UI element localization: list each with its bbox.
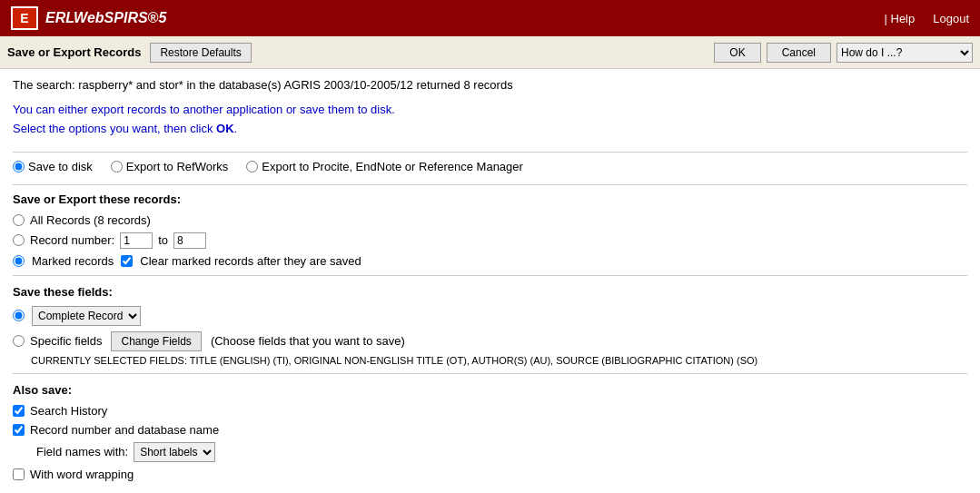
word-wrapping-row: With word wrapping xyxy=(13,468,967,481)
complete-record-radio[interactable] xyxy=(13,310,25,321)
save-fields-section: Save these fields: Complete Record Brief… xyxy=(13,285,967,366)
app-header: E ERLWebSPIRS®5 | Help Logout xyxy=(0,0,980,36)
export-procite-radio[interactable] xyxy=(246,161,258,173)
export-procite-option[interactable]: Export to Procite, EndNote or Reference … xyxy=(246,160,523,173)
divider-1 xyxy=(13,152,967,153)
logo-box: E xyxy=(11,6,38,30)
toolbar-title: Save or Export Records xyxy=(7,45,141,59)
record-number-row: Record number: to xyxy=(13,232,967,249)
save-to-disk-label: Save to disk xyxy=(28,160,93,173)
also-save-section: Also save: Search History Record number … xyxy=(13,383,967,481)
word-wrapping-checkbox[interactable] xyxy=(13,468,25,480)
search-history-row: Search History xyxy=(13,404,967,418)
help-line2: Select the options you want, then click … xyxy=(13,120,967,139)
all-records-option: All Records (8 records) xyxy=(13,213,967,227)
specific-fields-label: Specific fields xyxy=(30,334,102,348)
app-title: ERLWebSPIRS®5 xyxy=(45,10,166,26)
save-export-options: Save to disk Export to RefWorks Export t… xyxy=(13,160,967,173)
marked-records-radio[interactable] xyxy=(13,255,25,267)
marked-records-label: Marked records xyxy=(32,254,114,268)
logout-link[interactable]: Logout xyxy=(933,12,969,25)
divider-2 xyxy=(13,184,967,185)
complete-record-select[interactable]: Complete Record Brief Record Custom xyxy=(32,306,141,326)
clear-marked-label: Clear marked records after they are save… xyxy=(140,254,361,268)
change-fields-button[interactable]: Change Fields xyxy=(111,331,201,351)
search-info: The search: raspberry* and stor* in the … xyxy=(13,78,967,92)
export-refworks-option[interactable]: Export to RefWorks xyxy=(111,160,228,173)
export-procite-label: Export to Procite, EndNote or Reference … xyxy=(262,160,523,173)
search-history-checkbox[interactable] xyxy=(13,405,25,417)
save-export-records-section: Save or Export these records: All Record… xyxy=(13,192,967,268)
record-to-label: to xyxy=(158,233,168,247)
record-number-db-checkbox[interactable] xyxy=(13,424,25,436)
complete-record-row: Complete Record Brief Record Custom xyxy=(13,306,967,326)
currently-selected-fields: CURRENTLY SELECTED FIELDS: TITLE (ENGLIS… xyxy=(31,355,967,366)
field-names-row: Field names with: Short labels Long labe… xyxy=(13,442,967,462)
help-line1: You can either export records to another… xyxy=(13,101,967,120)
word-wrapping-label: With word wrapping xyxy=(30,468,134,481)
export-refworks-radio[interactable] xyxy=(111,161,123,173)
specific-fields-radio[interactable] xyxy=(13,335,25,347)
save-fields-title: Save these fields: xyxy=(13,285,967,299)
choose-fields-note: (Choose fields that you want to save) xyxy=(211,334,405,348)
toolbar: Save or Export Records Restore Defaults … xyxy=(0,36,980,69)
restore-defaults-button[interactable]: Restore Defaults xyxy=(150,43,251,63)
save-export-section-title: Save or Export these records: xyxy=(13,192,967,206)
help-text: You can either export records to another… xyxy=(13,101,967,139)
record-number-db-row: Record number and database name xyxy=(13,423,967,437)
record-number-label: Record number: xyxy=(30,233,114,247)
marked-records-row: Marked records Clear marked records afte… xyxy=(13,254,967,268)
how-do-i-container: How do I ...? xyxy=(836,43,973,63)
record-from-input[interactable] xyxy=(120,232,153,249)
all-records-radio[interactable] xyxy=(13,214,25,226)
search-history-label: Search History xyxy=(30,404,107,418)
main-content: The search: raspberry* and stor* in the … xyxy=(0,69,980,493)
also-save-title: Also save: xyxy=(13,383,967,397)
save-to-disk-option[interactable]: Save to disk xyxy=(13,160,93,173)
specific-fields-row: Specific fields Change Fields (Choose fi… xyxy=(13,331,967,351)
field-names-with-label: Field names with: xyxy=(36,445,128,458)
divider-3 xyxy=(13,275,967,276)
all-records-label: All Records (8 records) xyxy=(30,213,151,227)
field-names-select[interactable]: Short labels Long labels No labels xyxy=(134,442,215,462)
record-number-db-label: Record number and database name xyxy=(30,423,219,437)
export-refworks-label: Export to RefWorks xyxy=(126,160,228,173)
cancel-button[interactable]: Cancel xyxy=(767,43,831,63)
record-to-input[interactable] xyxy=(173,232,206,249)
record-number-radio[interactable] xyxy=(13,234,25,246)
logo-icon: E xyxy=(20,11,28,25)
divider-4 xyxy=(13,373,967,374)
clear-marked-checkbox[interactable] xyxy=(121,255,133,267)
toolbar-right: OK Cancel How do I ...? xyxy=(714,43,973,63)
ok-button[interactable]: OK xyxy=(714,43,760,63)
help-link[interactable]: | Help xyxy=(885,12,916,25)
save-to-disk-radio[interactable] xyxy=(13,161,25,173)
header-left: E ERLWebSPIRS®5 xyxy=(11,6,166,30)
header-right: | Help Logout xyxy=(885,12,970,25)
how-do-i-select[interactable]: How do I ...? xyxy=(836,43,973,63)
